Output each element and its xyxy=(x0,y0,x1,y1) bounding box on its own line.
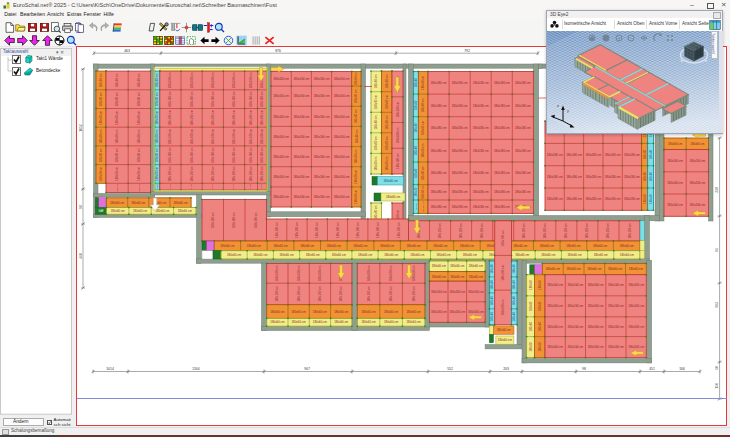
svg-text:y: y xyxy=(567,108,569,113)
svg-text:−: − xyxy=(630,35,633,41)
svg-text:+: + xyxy=(618,35,621,41)
svg-text:z: z xyxy=(557,103,559,108)
